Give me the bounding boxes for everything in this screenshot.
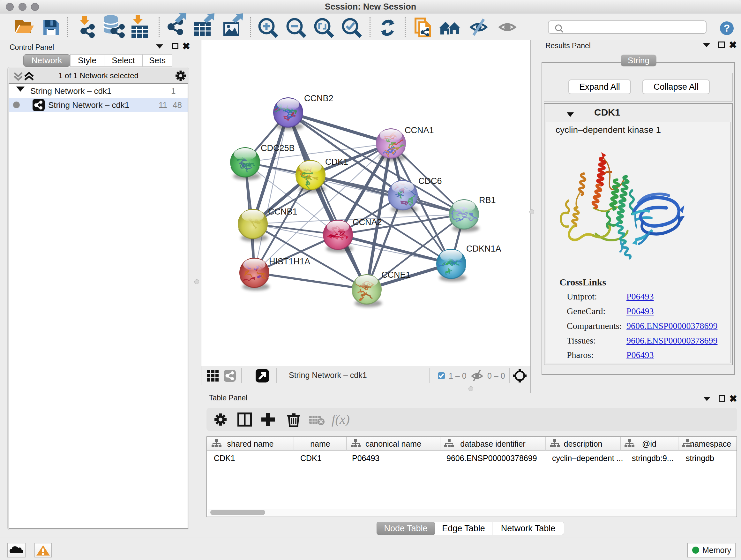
svg-text:HIST1H1A: HIST1H1A — [269, 257, 310, 266]
svg-text:f(x): f(x) — [332, 412, 350, 427]
svg-text:RB1: RB1 — [479, 195, 496, 205]
svg-text:CDC25B: CDC25B — [261, 143, 295, 153]
svg-text:CCNA2: CCNA2 — [353, 217, 382, 227]
svg-text:CDKN1A: CDKN1A — [466, 244, 501, 253]
svg-text:CCNB1: CCNB1 — [268, 207, 297, 216]
svg-text:CCNA1: CCNA1 — [405, 125, 434, 135]
svg-text:CDK1: CDK1 — [325, 157, 348, 167]
svg-text:CCNB2: CCNB2 — [304, 94, 333, 103]
svg-text:CDC6: CDC6 — [418, 176, 442, 186]
svg-text:CCNE1: CCNE1 — [381, 270, 411, 280]
